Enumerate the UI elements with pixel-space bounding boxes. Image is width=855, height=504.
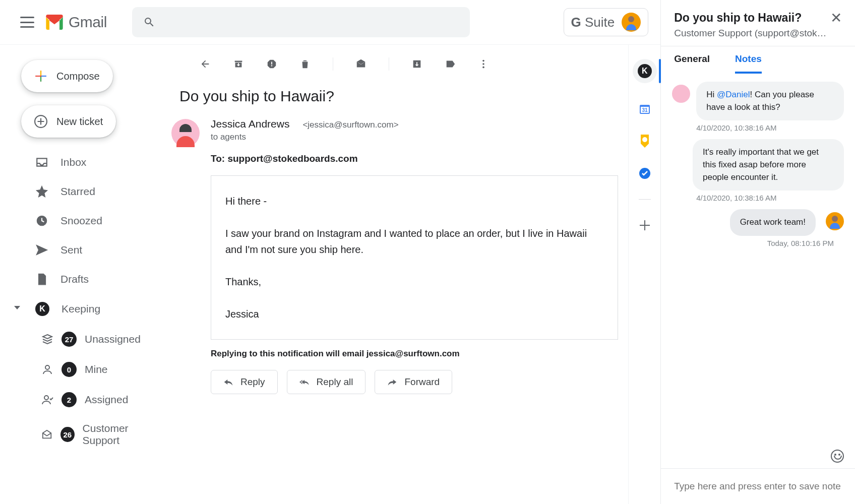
inbox-icon (35, 156, 48, 169)
sidebar-sub-assigned[interactable]: 2Assigned (21, 388, 161, 412)
file-icon (35, 273, 48, 286)
panel-title: Do you ship to Hawaii? (674, 11, 826, 25)
spam-icon[interactable] (266, 58, 277, 70)
note-bubble: Hi @Daniel! Can you please have a look a… (696, 82, 844, 120)
person-check-icon (41, 394, 53, 406)
plus-circle-icon (34, 115, 47, 128)
brand-name: Gmail (69, 14, 107, 31)
note-input[interactable] (674, 481, 842, 492)
note-avatar (826, 212, 844, 230)
badge: 0 (62, 362, 77, 377)
note-bubble: It's really important that we get this f… (693, 139, 844, 191)
mark-unread-icon[interactable] (355, 58, 367, 70)
body-line: Hi there - (225, 193, 603, 209)
sidebar: Compose New ticket Inbox Starred Snoozed… (0, 45, 161, 504)
reply-button[interactable]: Reply (211, 370, 278, 394)
rail-tasks-icon[interactable] (638, 167, 651, 180)
to-line: To: support@stokedboards.com (211, 153, 618, 164)
nav-label: Sent (60, 244, 82, 256)
sidebar-item-keeping[interactable]: KKeeping (21, 297, 161, 321)
btn-label: Reply all (317, 376, 353, 388)
svg-point-2 (45, 365, 49, 369)
reply-all-button[interactable]: Reply all (287, 370, 366, 394)
rail-keeping-icon[interactable]: K (633, 59, 657, 83)
panel-subtitle: Customer Support (support@stok… (674, 28, 826, 39)
user-avatar (622, 13, 641, 32)
move-to-icon[interactable] (411, 58, 422, 70)
sidebar-item-starred[interactable]: Starred (21, 180, 161, 203)
note-input-row (661, 468, 855, 504)
nav-label: Starred (60, 185, 95, 198)
sidebar-sub-mine[interactable]: 0Mine (21, 357, 161, 382)
mail-open-icon (41, 428, 52, 440)
sub-label: Unassigned (85, 333, 141, 345)
reply-notification: Replying to this notification will email… (211, 349, 618, 359)
sidebar-sub-unassigned[interactable]: 27Unassigned (21, 327, 161, 351)
note-bubble: Great work team! (730, 209, 816, 236)
body-line: Jessica (225, 306, 603, 322)
note-item: Great work team! (672, 209, 844, 236)
btn-label: Forward (404, 376, 440, 388)
svg-point-6 (482, 67, 484, 69)
body-line: Thanks, (225, 274, 603, 290)
rail-calendar-icon[interactable]: 31 (638, 102, 651, 115)
rail-add-icon[interactable] (638, 219, 651, 232)
svg-point-4 (482, 60, 484, 62)
notes-list: Hi @Daniel! Can you please have a look a… (661, 74, 855, 468)
close-icon[interactable]: ✕ (830, 11, 842, 39)
search-input[interactable] (132, 7, 470, 37)
note-item: It's really important that we get this f… (672, 139, 844, 191)
tab-general[interactable]: General (674, 53, 710, 74)
compose-button[interactable]: Compose (21, 60, 113, 92)
plus-icon (34, 70, 47, 83)
tab-notes[interactable]: Notes (735, 53, 762, 74)
back-icon[interactable] (200, 58, 211, 70)
divider (389, 57, 389, 71)
sender-avatar (171, 119, 200, 147)
nav-label: Keeping (62, 303, 100, 315)
body-line: I saw your brand on Instagram and I want… (225, 225, 603, 258)
nav-label: Snoozed (60, 215, 102, 227)
nav-label: Drafts (60, 273, 89, 285)
forward-button[interactable]: Forward (375, 370, 452, 394)
rail-keep-icon[interactable] (638, 135, 651, 148)
svg-point-10 (642, 137, 647, 142)
note-timestamp: Today, 08:10:16 PM (672, 239, 834, 247)
panel-tabs: General Notes (661, 46, 855, 74)
delete-icon[interactable] (299, 58, 311, 70)
sidebar-sub-customer-support[interactable]: 26Customer Support (21, 418, 161, 451)
sub-label: Customer Support (83, 422, 161, 447)
sidebar-item-inbox[interactable]: Inbox (21, 151, 161, 174)
archive-icon[interactable] (233, 58, 244, 70)
sidebar-item-drafts[interactable]: Drafts (21, 268, 161, 291)
svg-point-3 (44, 396, 48, 400)
new-ticket-label: New ticket (56, 116, 103, 128)
btn-label: Reply (240, 376, 265, 388)
nav-label: Inbox (60, 156, 86, 168)
reply-icon (223, 378, 233, 386)
chevron-down-icon (14, 306, 20, 309)
account-switcher[interactable]: G G SuiteSuite (564, 8, 649, 36)
label-icon[interactable] (445, 58, 456, 70)
star-icon (35, 185, 48, 198)
rail-divider (639, 199, 651, 200)
emoji-icon[interactable] (831, 450, 844, 463)
divider (333, 57, 333, 71)
email-subject: Do you ship to Hawaii? (171, 83, 618, 118)
svg-point-5 (482, 63, 484, 65)
app-header: Gmail G G SuiteSuite (0, 0, 660, 45)
gmail-logo[interactable]: Gmail (44, 14, 107, 31)
sender-email: <jessica@surftown.com> (302, 120, 398, 130)
more-icon[interactable] (478, 58, 489, 70)
clock-icon (35, 214, 48, 227)
menu-icon[interactable] (20, 17, 34, 28)
sidebar-item-snoozed[interactable]: Snoozed (21, 209, 161, 232)
side-panel: Do you ship to Hawaii? Customer Support … (660, 0, 855, 504)
message-toolbar (171, 45, 618, 83)
recipients-summary: to agents (211, 132, 618, 142)
sidebar-item-sent[interactable]: Sent (21, 238, 161, 262)
reply-all-icon (299, 378, 310, 386)
badge: 27 (62, 332, 77, 347)
compose-label: Compose (56, 71, 100, 82)
new-ticket-button[interactable]: New ticket (21, 105, 116, 138)
